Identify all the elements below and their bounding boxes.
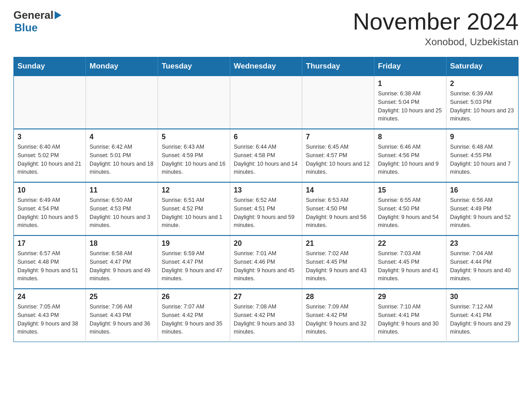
- day-info: Sunrise: 7:06 AMSunset: 4:43 PMDaylight:…: [90, 303, 154, 336]
- col-header-wednesday: Wednesday: [230, 57, 302, 76]
- day-cell: 5Sunrise: 6:43 AMSunset: 4:59 PMDaylight…: [158, 129, 230, 182]
- day-cell: 24Sunrise: 7:05 AMSunset: 4:43 PMDayligh…: [14, 289, 86, 342]
- day-info: Sunrise: 6:38 AMSunset: 5:04 PMDaylight:…: [378, 90, 442, 123]
- day-cell: [302, 76, 374, 129]
- day-number: 6: [234, 133, 298, 141]
- day-number: 4: [90, 133, 154, 141]
- day-number: 8: [378, 133, 442, 141]
- day-info: Sunrise: 7:03 AMSunset: 4:45 PMDaylight:…: [378, 249, 442, 283]
- day-number: 16: [450, 186, 515, 194]
- day-cell: [14, 76, 86, 129]
- day-cell: 23Sunrise: 7:04 AMSunset: 4:44 PMDayligh…: [446, 235, 519, 289]
- day-info: Sunrise: 6:45 AMSunset: 4:57 PMDaylight:…: [306, 143, 370, 176]
- day-cell: [230, 76, 302, 129]
- day-cell: 18Sunrise: 6:58 AMSunset: 4:47 PMDayligh…: [86, 235, 158, 289]
- week-row-5: 24Sunrise: 7:05 AMSunset: 4:43 PMDayligh…: [14, 289, 519, 342]
- day-info: Sunrise: 7:04 AMSunset: 4:44 PMDaylight:…: [450, 249, 515, 283]
- day-cell: 15Sunrise: 6:55 AMSunset: 4:50 PMDayligh…: [374, 182, 446, 235]
- day-info: Sunrise: 6:59 AMSunset: 4:47 PMDaylight:…: [162, 249, 226, 283]
- day-cell: [86, 76, 158, 129]
- day-cell: 4Sunrise: 6:42 AMSunset: 5:01 PMDaylight…: [86, 129, 158, 182]
- col-header-friday: Friday: [374, 57, 446, 76]
- day-cell: 2Sunrise: 6:39 AMSunset: 5:03 PMDaylight…: [446, 76, 519, 129]
- day-number: 7: [306, 133, 370, 141]
- day-info: Sunrise: 6:49 AMSunset: 4:54 PMDaylight:…: [17, 196, 82, 230]
- day-info: Sunrise: 6:40 AMSunset: 5:02 PMDaylight:…: [17, 143, 82, 176]
- day-cell: 14Sunrise: 6:53 AMSunset: 4:50 PMDayligh…: [302, 182, 374, 235]
- day-info: Sunrise: 7:01 AMSunset: 4:46 PMDaylight:…: [234, 249, 298, 283]
- calendar-table: SundayMondayTuesdayWednesdayThursdayFrid…: [13, 57, 519, 342]
- day-info: Sunrise: 6:39 AMSunset: 5:03 PMDaylight:…: [450, 90, 515, 123]
- day-number: 14: [306, 186, 370, 194]
- day-cell: 8Sunrise: 6:46 AMSunset: 4:56 PMDaylight…: [374, 129, 446, 182]
- week-row-4: 17Sunrise: 6:57 AMSunset: 4:48 PMDayligh…: [14, 235, 519, 289]
- day-cell: 3Sunrise: 6:40 AMSunset: 5:02 PMDaylight…: [14, 129, 86, 182]
- location-subtitle: Xonobod, Uzbekistan: [353, 36, 519, 48]
- day-info: Sunrise: 6:57 AMSunset: 4:48 PMDaylight:…: [17, 249, 82, 283]
- col-header-sunday: Sunday: [14, 57, 86, 76]
- day-cell: 27Sunrise: 7:08 AMSunset: 4:42 PMDayligh…: [230, 289, 302, 342]
- page-header: General Blue November 2024 Xonobod, Uzbe…: [13, 9, 519, 48]
- day-info: Sunrise: 6:42 AMSunset: 5:01 PMDaylight:…: [90, 143, 154, 176]
- title-block: November 2024 Xonobod, Uzbekistan: [353, 9, 519, 48]
- day-number: 3: [17, 133, 82, 141]
- day-cell: 20Sunrise: 7:01 AMSunset: 4:46 PMDayligh…: [230, 235, 302, 289]
- day-info: Sunrise: 6:44 AMSunset: 4:58 PMDaylight:…: [234, 143, 298, 176]
- day-number: 13: [234, 186, 298, 194]
- day-cell: 7Sunrise: 6:45 AMSunset: 4:57 PMDaylight…: [302, 129, 374, 182]
- logo-arrow-icon: [55, 11, 61, 19]
- day-info: Sunrise: 7:10 AMSunset: 4:41 PMDaylight:…: [378, 303, 442, 336]
- day-info: Sunrise: 6:55 AMSunset: 4:50 PMDaylight:…: [378, 196, 442, 230]
- day-info: Sunrise: 6:56 AMSunset: 4:49 PMDaylight:…: [450, 196, 515, 230]
- day-cell: 13Sunrise: 6:52 AMSunset: 4:51 PMDayligh…: [230, 182, 302, 235]
- day-info: Sunrise: 6:43 AMSunset: 4:59 PMDaylight:…: [162, 143, 226, 176]
- day-cell: 26Sunrise: 7:07 AMSunset: 4:42 PMDayligh…: [158, 289, 230, 342]
- day-cell: 1Sunrise: 6:38 AMSunset: 5:04 PMDaylight…: [374, 76, 446, 129]
- month-year-title: November 2024: [353, 9, 519, 34]
- day-cell: 10Sunrise: 6:49 AMSunset: 4:54 PMDayligh…: [14, 182, 86, 235]
- day-cell: 21Sunrise: 7:02 AMSunset: 4:45 PMDayligh…: [302, 235, 374, 289]
- col-header-monday: Monday: [86, 57, 158, 76]
- day-number: 11: [90, 186, 154, 194]
- day-info: Sunrise: 7:09 AMSunset: 4:42 PMDaylight:…: [306, 303, 370, 336]
- col-header-tuesday: Tuesday: [158, 57, 230, 76]
- day-number: 23: [450, 240, 515, 248]
- day-cell: [158, 76, 230, 129]
- day-number: 24: [17, 293, 82, 301]
- day-info: Sunrise: 7:07 AMSunset: 4:42 PMDaylight:…: [162, 303, 226, 336]
- day-info: Sunrise: 6:46 AMSunset: 4:56 PMDaylight:…: [378, 143, 442, 176]
- day-cell: 22Sunrise: 7:03 AMSunset: 4:45 PMDayligh…: [374, 235, 446, 289]
- day-cell: 28Sunrise: 7:09 AMSunset: 4:42 PMDayligh…: [302, 289, 374, 342]
- day-number: 1: [378, 80, 442, 88]
- logo-blue-text: Blue: [14, 21, 38, 34]
- day-number: 18: [90, 240, 154, 248]
- logo-general-text: General: [13, 9, 53, 21]
- logo: General Blue: [13, 9, 61, 34]
- calendar-header-row: SundayMondayTuesdayWednesdayThursdayFrid…: [14, 57, 519, 76]
- day-info: Sunrise: 6:51 AMSunset: 4:52 PMDaylight:…: [162, 196, 226, 230]
- day-info: Sunrise: 6:52 AMSunset: 4:51 PMDaylight:…: [234, 196, 298, 230]
- day-info: Sunrise: 6:50 AMSunset: 4:53 PMDaylight:…: [90, 196, 154, 230]
- week-row-3: 10Sunrise: 6:49 AMSunset: 4:54 PMDayligh…: [14, 182, 519, 235]
- day-cell: 9Sunrise: 6:48 AMSunset: 4:55 PMDaylight…: [446, 129, 519, 182]
- day-number: 15: [378, 186, 442, 194]
- day-cell: 19Sunrise: 6:59 AMSunset: 4:47 PMDayligh…: [158, 235, 230, 289]
- day-number: 12: [162, 186, 226, 194]
- day-number: 5: [162, 133, 226, 141]
- col-header-thursday: Thursday: [302, 57, 374, 76]
- day-number: 30: [450, 293, 515, 301]
- day-number: 29: [378, 293, 442, 301]
- day-cell: 30Sunrise: 7:12 AMSunset: 4:41 PMDayligh…: [446, 289, 519, 342]
- week-row-1: 1Sunrise: 6:38 AMSunset: 5:04 PMDaylight…: [14, 76, 519, 129]
- day-number: 21: [306, 240, 370, 248]
- day-info: Sunrise: 6:53 AMSunset: 4:50 PMDaylight:…: [306, 196, 370, 230]
- day-number: 27: [234, 293, 298, 301]
- week-row-2: 3Sunrise: 6:40 AMSunset: 5:02 PMDaylight…: [14, 129, 519, 182]
- day-cell: 11Sunrise: 6:50 AMSunset: 4:53 PMDayligh…: [86, 182, 158, 235]
- day-number: 2: [450, 80, 515, 88]
- day-cell: 17Sunrise: 6:57 AMSunset: 4:48 PMDayligh…: [14, 235, 86, 289]
- day-cell: 25Sunrise: 7:06 AMSunset: 4:43 PMDayligh…: [86, 289, 158, 342]
- day-info: Sunrise: 6:48 AMSunset: 4:55 PMDaylight:…: [450, 143, 515, 176]
- day-number: 9: [450, 133, 515, 141]
- day-number: 25: [90, 293, 154, 301]
